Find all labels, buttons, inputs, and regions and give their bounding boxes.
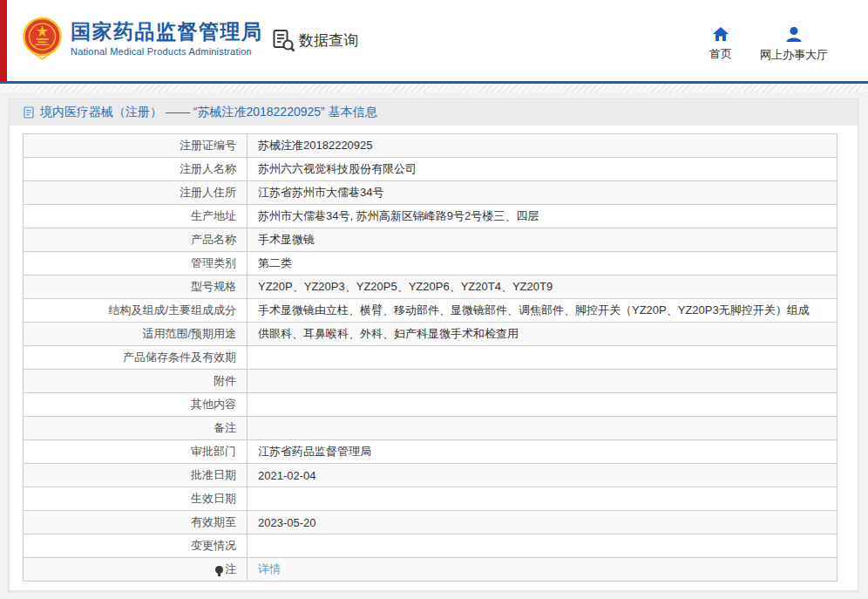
row-value: 江苏省苏州市大儒巷34号 [248, 181, 837, 205]
row-value: 2023-05-20 [248, 511, 837, 534]
detail-link[interactable]: 详情 [258, 562, 281, 575]
table-wrap: 注册证编号苏械注准20182220925注册人名称苏州六六视觉科技股份有限公司注… [23, 133, 837, 582]
row-label: 产品名称 [24, 228, 248, 252]
table-row: 批准日期2021-02-04 [24, 464, 837, 487]
user-icon [786, 27, 802, 42]
page-title: 境内医疗器械（注册） —— “苏械注准20182220925” 基本信息 [40, 105, 377, 120]
page-title-bar: 境内医疗器械（注册） —— “苏械注准20182220925” 基本信息 [10, 99, 858, 126]
row-label: 变更情况 [24, 534, 248, 558]
row-label: 有效期至 [24, 511, 248, 534]
table-row: 变更情况 [24, 534, 837, 558]
site-subtitle: National Medical Products Administration [71, 46, 263, 57]
table-row: 审批部门江苏省药品监督管理局 [24, 440, 837, 464]
table-row: 注册证编号苏械注准20182220925 [24, 134, 837, 158]
row-value: YZ20P、YZ20P3、YZ20P5、YZ20P6、YZ20T4、YZ20T9 [248, 276, 837, 299]
row-label: 审批部门 [24, 440, 248, 464]
table-row: 注册人名称苏州六六视觉科技股份有限公司 [24, 158, 837, 181]
header-accent-strip [0, 0, 7, 81]
row-value [248, 370, 837, 393]
main-content: 境内医疗器械（注册） —— “苏械注准20182220925” 基本信息 注册证… [0, 92, 868, 591]
row-value [248, 346, 837, 370]
data-query-label: 数据查询 [299, 31, 358, 51]
table-row: 适用范围/预期用途供眼科、耳鼻喉科、外科、妇产科显微手术和检查用 [24, 323, 837, 346]
nav-home-label: 首页 [709, 46, 732, 62]
row-value: 苏械注准20182220925 [248, 134, 837, 158]
info-card: 境内医疗器械（注册） —— “苏械注准20182220925” 基本信息 注册证… [9, 99, 858, 591]
row-label: 注册人住所 [24, 181, 248, 205]
table-row: 注册人住所江苏省苏州市大儒巷34号 [24, 181, 837, 205]
table-row: 附件 [24, 370, 837, 393]
data-query-section[interactable]: 数据查询 [272, 29, 358, 52]
row-value: 详情 [248, 558, 837, 582]
registration-info-table: 注册证编号苏械注准20182220925注册人名称苏州六六视觉科技股份有限公司注… [23, 133, 837, 582]
table-row: 产品储存条件及有效期 [24, 346, 837, 370]
row-label: 注册人名称 [24, 158, 248, 181]
national-emblem-icon [22, 17, 63, 60]
table-row: 生效日期 [24, 487, 837, 511]
table-row: 生产地址苏州市大儒巷34号, 苏州高新区锦峰路9号2号楼三、四层 [24, 205, 837, 228]
nav-home[interactable]: 首页 [709, 27, 732, 63]
row-value: 第二类 [248, 252, 837, 276]
row-label: 管理类别 [24, 252, 248, 276]
row-value: 苏州六六视觉科技股份有限公司 [248, 158, 837, 181]
row-label: 生产地址 [24, 205, 248, 228]
table-row: 结构及组成/主要组成成分手术显微镜由立柱、横臂、移动部件、显微镜部件、调焦部件、… [24, 299, 837, 323]
row-value [248, 417, 837, 440]
table-row: 其他内容 [24, 393, 837, 417]
page: 国家药品监督管理局 National Medical Products Admi… [0, 0, 868, 591]
row-value [248, 534, 837, 558]
table-row: 产品名称手术显微镜 [24, 228, 837, 252]
document-icon [24, 106, 34, 119]
row-label: 型号规格 [24, 276, 248, 299]
table-row: 型号规格YZ20P、YZ20P3、YZ20P5、YZ20P6、YZ20T4、YZ… [24, 276, 837, 299]
row-value: 供眼科、耳鼻喉科、外科、妇产科显微手术和检查用 [248, 323, 837, 346]
row-label: 其他内容 [24, 393, 248, 417]
row-value [248, 487, 837, 511]
row-label: 注册证编号 [24, 134, 248, 158]
header-nav: 首页 网上办事大厅 [709, 27, 828, 63]
site-header: 国家药品监督管理局 National Medical Products Admi… [0, 0, 868, 81]
row-value: 手术显微镜由立柱、横臂、移动部件、显微镜部件、调焦部件、脚控开关（YZ20P、Y… [248, 299, 837, 323]
hatch-band [0, 84, 868, 92]
home-icon [713, 27, 729, 41]
row-label: 产品储存条件及有效期 [24, 346, 248, 370]
nav-online-service-hall-label: 网上办事大厅 [760, 47, 828, 63]
bulb-icon [215, 566, 223, 574]
row-label: 注 [24, 558, 248, 582]
row-value [248, 393, 837, 417]
site-title: 国家药品监督管理局 [71, 20, 263, 43]
nav-online-service-hall[interactable]: 网上办事大厅 [760, 27, 828, 63]
row-value: 苏州市大儒巷34号, 苏州高新区锦峰路9号2号楼三、四层 [248, 205, 837, 228]
row-label: 批准日期 [24, 464, 248, 487]
row-label: 生效日期 [24, 487, 248, 511]
table-row: 注详情 [24, 558, 837, 582]
row-value: 手术显微镜 [248, 228, 837, 252]
row-label: 附件 [24, 370, 248, 393]
site-logo[interactable]: 国家药品监督管理局 National Medical Products Admi… [22, 17, 263, 60]
table-row: 有效期至2023-05-20 [24, 511, 837, 534]
document-search-icon [272, 29, 295, 52]
row-value: 2021-02-04 [248, 464, 837, 487]
row-label: 适用范围/预期用途 [24, 323, 248, 346]
table-row: 管理类别第二类 [24, 252, 837, 276]
site-logo-text: 国家药品监督管理局 National Medical Products Admi… [71, 20, 263, 57]
row-label: 备注 [24, 417, 248, 440]
table-row: 备注 [24, 417, 837, 440]
row-value: 江苏省药品监督管理局 [248, 440, 837, 464]
row-label: 结构及组成/主要组成成分 [24, 299, 248, 323]
